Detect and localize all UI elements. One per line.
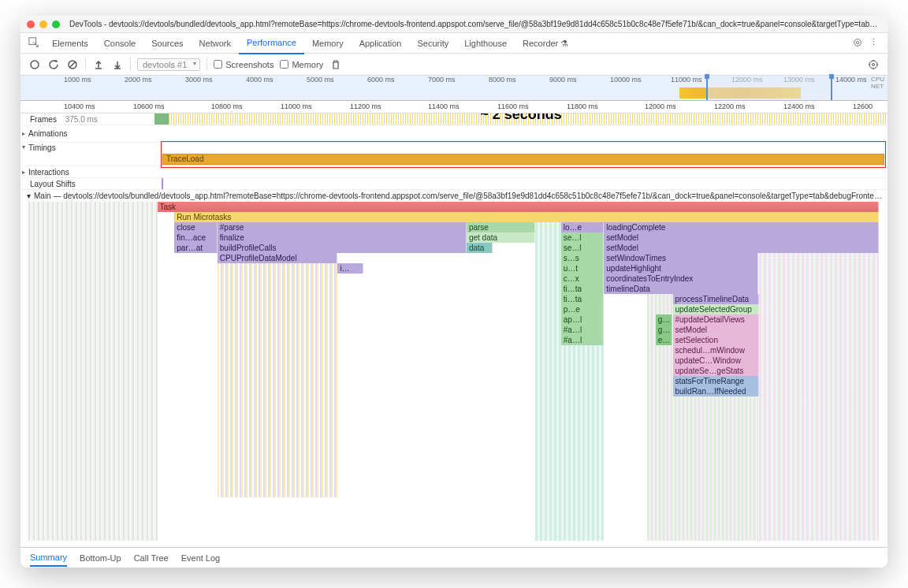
interactions-track-label[interactable]: ▸Interactions (20, 166, 154, 177)
flame-cell[interactable]: setSelection (673, 335, 759, 345)
flame-cell[interactable]: get data (467, 233, 535, 243)
tab-bottom-up[interactable]: Bottom-Up (80, 550, 121, 566)
flame-cell[interactable]: lo…e (561, 222, 605, 233)
ruler-tick: 11800 ms (567, 102, 598, 110)
flame-cell[interactable]: g… (656, 314, 673, 325)
flame-cell[interactable]: ti…ta (561, 284, 605, 294)
main-thread-header[interactable]: ▾Main — devtools://devtools/bundled/devt… (20, 190, 888, 202)
flame-cell[interactable]: #updateDetailViews (673, 314, 759, 325)
clear-button[interactable] (66, 58, 79, 71)
tab-sources[interactable]: Sources (143, 33, 191, 54)
tab-application[interactable]: Application (352, 33, 410, 54)
flame-cell[interactable]: updateHighlight (604, 263, 758, 274)
tab-call-tree[interactable]: Call Tree (134, 550, 169, 566)
tab-security[interactable]: Security (409, 33, 456, 54)
flame-cell[interactable]: ti…ta (561, 294, 605, 304)
record-button[interactable] (28, 58, 41, 71)
flame-cell[interactable]: setModel (604, 243, 879, 253)
flame-chart[interactable]: Task Run Microtasks close #parse parse l… (28, 202, 888, 541)
maximize-icon[interactable] (52, 20, 60, 28)
flame-cell[interactable]: statsForTimeRange (673, 376, 759, 386)
trace-load-bar[interactable]: TraceLoad (162, 154, 884, 165)
more-icon[interactable]: ⋮ (869, 37, 878, 50)
overview-tick: 4000 ms (246, 76, 274, 84)
details-tabs: Summary Bottom-Up Call Tree Event Log (20, 547, 888, 568)
flame-cell[interactable]: e… (656, 335, 673, 345)
flame-task[interactable]: Task (158, 202, 880, 212)
flame-cell[interactable]: buildRan…IfNeeded (673, 386, 759, 396)
flame-cell[interactable]: schedul…mWindow (673, 345, 759, 355)
flame-cell[interactable]: finalize (218, 233, 467, 243)
flame-cell[interactable]: loadingComplete (604, 222, 879, 233)
screenshots-checkbox[interactable]: Screenshots (214, 60, 274, 69)
flame-cell[interactable]: par…at (174, 243, 218, 253)
flame-cell[interactable]: #a…l (561, 325, 605, 335)
overview-selection-handle[interactable] (706, 76, 832, 100)
flame-cell[interactable]: #parse (218, 222, 467, 233)
flame-cell[interactable]: #a…l (561, 335, 605, 345)
ruler-tick: 11400 ms (428, 102, 460, 110)
trash-button[interactable] (329, 58, 342, 71)
flame-cell[interactable]: processTimelineData (673, 294, 759, 304)
flame-cell[interactable]: fin…ace (174, 233, 218, 243)
upload-button[interactable] (92, 58, 105, 71)
tab-event-log[interactable]: Event Log (181, 550, 221, 566)
flame-cell[interactable]: CPUProfileDataModel (218, 253, 338, 263)
flame-cell[interactable]: setModel (673, 325, 759, 335)
flame-cell[interactable]: updateSe…geStats (673, 366, 759, 376)
flame-cell[interactable]: u…t (561, 263, 605, 274)
flame-cell[interactable]: p…e (561, 304, 605, 314)
flame-cell[interactable]: i… (337, 263, 363, 274)
tab-summary[interactable]: Summary (30, 549, 67, 567)
devtools-tabs: Elements Console Sources Network Perform… (20, 33, 888, 54)
ruler-tick: 12400 ms (783, 102, 815, 110)
flame-cell[interactable]: c…x (561, 274, 605, 284)
tab-console[interactable]: Console (96, 33, 143, 54)
svg-point-2 (856, 41, 859, 44)
tab-performance[interactable]: Performance (239, 32, 304, 54)
timings-track-label[interactable]: ▾Timings (20, 143, 154, 166)
flame-cell[interactable]: g… (656, 325, 673, 335)
settings-icon[interactable] (852, 37, 863, 50)
flame-cell[interactable]: s…s (561, 253, 605, 263)
flame-cell[interactable]: setWindowTimes (604, 253, 758, 263)
minimize-icon[interactable] (39, 20, 47, 28)
animations-track-label[interactable]: ▸Animations (20, 125, 154, 142)
flame-cell[interactable]: se…l (561, 243, 605, 253)
memory-checkbox[interactable]: Memory (280, 60, 323, 69)
titlebar: DevTools - devtools://devtools/bundled/d… (20, 16, 888, 33)
svg-point-3 (31, 61, 39, 69)
tab-recorder[interactable]: Recorder ⚗ (515, 33, 576, 54)
flame-cell[interactable]: data (467, 243, 493, 253)
inspect-icon[interactable] (24, 37, 44, 50)
reload-button[interactable] (47, 58, 60, 71)
ruler-tick: 12200 ms (714, 102, 746, 110)
window-title: DevTools - devtools://devtools/bundled/d… (69, 20, 881, 28)
flame-cell[interactable]: ap…l (561, 314, 605, 325)
flame-cell[interactable]: buildProfileCalls (218, 243, 467, 253)
tab-memory[interactable]: Memory (304, 33, 352, 54)
flame-cell[interactable]: parse (467, 222, 535, 233)
flame-microtasks[interactable]: Run Microtasks (174, 212, 879, 222)
layout-shifts-track-label[interactable]: Layout Shifts (20, 178, 154, 189)
overview-tick: 2000 ms (125, 76, 152, 84)
close-icon[interactable] (27, 20, 35, 28)
flame-cell[interactable]: close (174, 222, 218, 233)
frames-track-label[interactable]: Frames 375.0 ms (20, 114, 154, 125)
overview-minimap[interactable]: 1000 ms 2000 ms 3000 ms 4000 ms 5000 ms … (20, 76, 888, 101)
tab-lighthouse[interactable]: Lighthouse (456, 33, 515, 54)
flame-cell[interactable]: se…l (561, 233, 605, 243)
flame-cell[interactable]: updateSelectedGroup (673, 304, 759, 314)
capture-settings-icon[interactable] (867, 58, 880, 71)
ruler-tick: 11000 ms (281, 102, 312, 110)
flame-cell[interactable]: setModel (604, 233, 879, 243)
timeline-ruler[interactable]: 10400 ms 10600 ms 10800 ms 11000 ms 1120… (20, 101, 888, 114)
tab-network[interactable]: Network (192, 33, 239, 54)
download-button[interactable] (111, 58, 124, 71)
flame-cell[interactable]: updateC…Window (673, 355, 759, 366)
profile-select[interactable]: devtools #1 (137, 58, 200, 71)
flame-cell[interactable]: coordinatesToEntryIndex (604, 274, 758, 284)
tab-elements[interactable]: Elements (44, 33, 96, 54)
ruler-tick: 12600 (853, 102, 873, 110)
flame-cell[interactable]: timelineData (604, 284, 758, 294)
